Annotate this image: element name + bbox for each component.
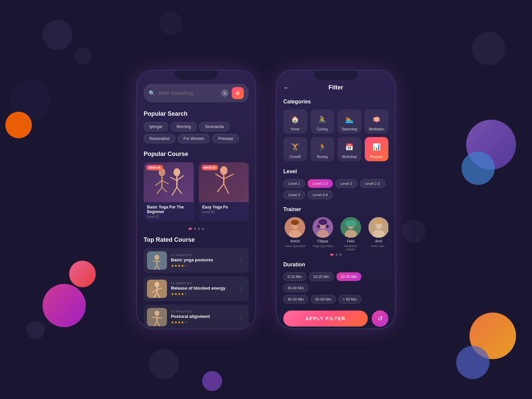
rated-menu-1[interactable]: ⋮	[237, 256, 245, 265]
trainer-astrid[interactable]: Astrid Swim Specialist	[283, 217, 307, 251]
thumb-svg-3	[147, 308, 167, 326]
phone-search: 🔍 ✕ ⊞ Popular Search Iyengar Morning Siv…	[136, 70, 256, 329]
rated-info-2: 15 MINUTES Release of blocked energy ★★★…	[171, 282, 233, 296]
course-card-1[interactable]: Week 01	[144, 162, 195, 221]
dot-3	[198, 228, 200, 230]
blob-blue-sm	[456, 346, 489, 379]
tag-iyengar[interactable]: Iyengar	[144, 122, 168, 131]
trainer-title: Trainer	[283, 206, 388, 212]
rated-item-2[interactable]: 15 MINUTES Release of blocked energy ★★★…	[144, 276, 249, 301]
svg-point-55	[319, 219, 327, 225]
rated-minutes-1: 12 MINUTES	[171, 253, 233, 257]
rated-item-1[interactable]: 12 MINUTES Basic yoga postures ★★★★★ ⋮	[144, 248, 249, 273]
course-card-img-2: Week 02	[199, 162, 249, 202]
rated-menu-3[interactable]: ⋮	[237, 313, 245, 322]
level-chip-1[interactable]: Level 1	[283, 179, 305, 188]
reset-button[interactable]: ↺	[372, 310, 388, 327]
crossfit-icon: 🏋️	[289, 141, 301, 153]
level-chip-3-4[interactable]: Level 3-4	[308, 191, 332, 199]
trainer-felix[interactable]: Felix Meditation mentor	[339, 217, 362, 251]
rated-stars-1: ★★★★★	[171, 264, 233, 268]
level-chips-row-1: Level 1 Level 1-2 Level 2 Level 2-3	[283, 179, 388, 188]
avatar-svg-2	[313, 217, 333, 238]
trainer-filippa[interactable]: Filippa Yoga Specialist	[311, 217, 334, 251]
course-card-name-2: Easy Yoga Fo	[202, 205, 245, 209]
tags-row-1: Iyengar Morning Sivananda	[144, 122, 249, 131]
popular-course-title: Popular Course	[144, 151, 249, 158]
category-cycling[interactable]: 🚴 Cycling	[311, 109, 334, 134]
category-running[interactable]: 🏃 Runing	[311, 137, 334, 161]
avatar-svg-3	[340, 217, 361, 238]
blob-dark-8	[402, 219, 426, 243]
level-chip-2[interactable]: Level 2	[335, 179, 357, 188]
svg-point-35	[155, 311, 159, 316]
tags-row-2: Restorative For Women Prenatal	[144, 134, 249, 143]
cycling-icon: 🚴	[316, 113, 328, 125]
apply-filter-button[interactable]: APPLY FILTER	[283, 311, 368, 327]
search-bar[interactable]: 🔍 ✕ ⊞	[144, 84, 249, 102]
rated-thumb-2	[147, 280, 167, 298]
category-program[interactable]: 📊 Program	[365, 137, 389, 161]
duration-chip-40-50[interactable]: 40-50 Min	[283, 295, 308, 304]
back-button[interactable]: ←	[283, 84, 290, 91]
duration-chip-50-60[interactable]: 50-60 Min	[311, 295, 336, 304]
tag-prenatal[interactable]: Prenatal	[212, 134, 239, 143]
trainer-dot-1	[330, 254, 333, 256]
duration-chip-20-30[interactable]: 20-30 Min	[336, 272, 361, 281]
search-input[interactable]	[159, 90, 218, 96]
category-workshop[interactable]: 📅 Workshop	[337, 137, 361, 161]
category-crossfit-label: Crossfit	[290, 155, 301, 159]
avatar-svg-1	[285, 217, 305, 238]
thumb-svg-2	[147, 280, 167, 298]
search-icon: 🔍	[149, 90, 155, 96]
duration-chip-0-10[interactable]: 0-10 Min	[283, 272, 306, 281]
phone-screen-2: ← Filter Categories 🏠 Home 🚴 Cycling 🏊 S…	[277, 70, 395, 329]
categories-grid: 🏠 Home 🚴 Cycling 🏊 Swimming 🪷 Meditation…	[283, 109, 388, 161]
blob-dark-1	[43, 20, 72, 50]
trainer-dot-3	[339, 254, 341, 256]
trainer-amil[interactable]: Amil Swim Spe...	[367, 217, 388, 251]
phone-screen-1: 🔍 ✕ ⊞ Popular Search Iyengar Morning Siv…	[137, 70, 255, 329]
duration-chip-60-plus[interactable]: > 60 Min	[338, 295, 361, 304]
trainer-name-amil: Amil	[375, 239, 382, 243]
filter-title: Filter	[293, 84, 378, 91]
course-card-2[interactable]: Week 02 Easy Yoga Fo Le	[199, 162, 249, 221]
rated-name-1: Basic yoga postures	[171, 257, 233, 262]
category-meditation[interactable]: 🪷 Meditation	[365, 109, 389, 134]
tag-restorative[interactable]: Restorative	[144, 134, 175, 143]
category-home[interactable]: 🏠 Home	[283, 109, 307, 134]
category-cycling-label: Cycling	[317, 127, 328, 131]
phone-filter: ← Filter Categories 🏠 Home 🚴 Cycling 🏊 S…	[276, 70, 396, 329]
trainer-name-felix: Felix	[347, 239, 354, 243]
trainer-role-filippa: Yoga Specialist	[313, 244, 333, 248]
svg-point-7	[174, 168, 180, 176]
filter-header: ← Filter	[283, 84, 388, 91]
trainer-avatar-astrid	[285, 217, 305, 238]
category-crossfit[interactable]: 🏋️ Crossfit	[283, 137, 307, 161]
running-icon: 🏃	[316, 141, 328, 153]
rated-minutes-2: 15 MINUTES	[171, 282, 233, 285]
trainer-role-astrid: Swim Specialist	[284, 244, 305, 248]
level-chip-1-2[interactable]: Level 1-2	[308, 179, 332, 188]
dot-4	[202, 228, 204, 230]
categories-title: Categories	[283, 99, 388, 105]
avatar-svg-4	[368, 217, 388, 238]
rated-item-3[interactable]: 10 MINUTES Postural alignment ★★★★★ ⋮	[144, 305, 249, 329]
level-chip-3[interactable]: Level 3	[283, 191, 305, 199]
duration-chip-10-20[interactable]: 10-20 Min	[309, 272, 334, 281]
tag-sivananda[interactable]: Sivananda	[199, 122, 229, 131]
category-swimming[interactable]: 🏊 Swimming	[337, 109, 361, 134]
blob-pink	[43, 284, 86, 327]
duration-chip-30-40[interactable]: 30-40 Min	[283, 284, 308, 292]
svg-point-56	[317, 225, 320, 228]
tag-for-women[interactable]: For Women	[178, 134, 210, 143]
search-clear-button[interactable]: ✕	[221, 89, 228, 97]
search-filter-button[interactable]: ⊞	[232, 87, 244, 99]
tag-morning[interactable]: Morning	[171, 122, 197, 131]
rated-menu-2[interactable]: ⋮	[237, 284, 245, 293]
trainer-name-astrid: Astrid	[290, 239, 300, 243]
level-chip-2-3[interactable]: Level 2-3	[360, 179, 385, 188]
trainer-name-filippa: Filippa	[318, 239, 328, 243]
trainer-role-amil: Swim Spe...	[371, 244, 387, 248]
trainer-avatar-amil	[368, 217, 388, 238]
